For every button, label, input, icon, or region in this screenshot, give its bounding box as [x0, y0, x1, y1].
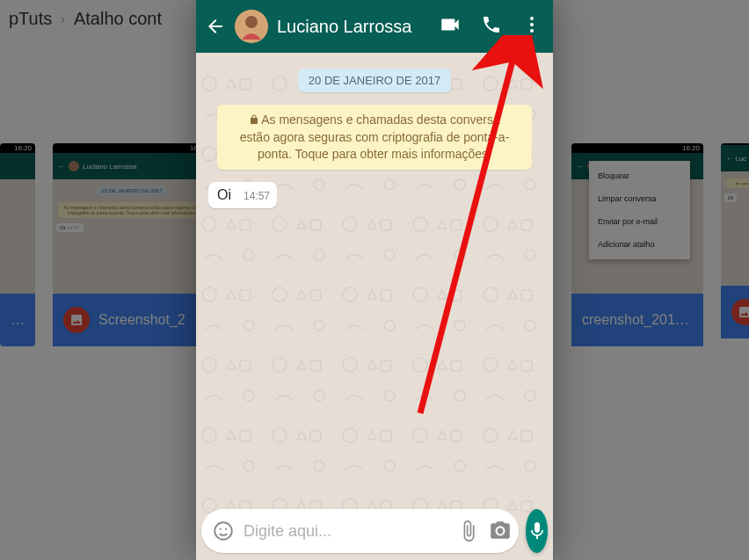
message-text: Oi: [217, 187, 231, 203]
video-call-icon[interactable]: [439, 13, 462, 40]
mic-button[interactable]: [526, 509, 548, 553]
chevron-right-icon: ›: [61, 12, 65, 26]
contact-name[interactable]: Luciano Larrossa: [277, 17, 430, 37]
menu-atalho[interactable]: Adicionar atalho: [589, 233, 690, 256]
message-time: 14:57: [244, 190, 270, 202]
breadcrumb-page[interactable]: Atalho cont: [74, 9, 162, 29]
emoji-icon[interactable]: [212, 520, 235, 542]
svg-point-6: [530, 17, 534, 20]
chat-messages-area[interactable]: 20 DE JANEIRO DE 2017 As mensagens e cha…: [196, 53, 553, 502]
attach-icon[interactable]: [457, 520, 480, 542]
whatsapp-chat-screen: Luciano Larrossa 20 DE JANEIRO DE 2017 A…: [196, 0, 553, 560]
voice-call-icon[interactable]: [481, 14, 502, 39]
svg-point-9: [215, 522, 232, 540]
back-button[interactable]: [205, 16, 226, 37]
breadcrumb-site[interactable]: pTuts: [9, 9, 52, 29]
encryption-notice[interactable]: As mensagens e chamadas desta conversa e…: [217, 105, 532, 170]
thumbnail-2[interactable]: 16:20 ← Lar… Bloquear Limpar conversa En…: [571, 143, 703, 346]
svg-point-5: [245, 16, 258, 28]
date-separator: 20 DE JANEIRO DE 2017: [298, 69, 451, 92]
svg-point-11: [225, 528, 227, 530]
message-input-bar: [201, 509, 548, 553]
chat-header: Luciano Larrossa: [196, 0, 553, 53]
camera-icon[interactable]: [489, 520, 512, 542]
context-menu: Bloquear Limpar conversa Enviar por e-ma…: [589, 161, 690, 259]
thumbnail-1[interactable]: 16:20 ← Luciano Larrossa 15 DE JANEIRO D…: [53, 143, 211, 346]
menu-limpar[interactable]: Limpar conversa: [589, 187, 690, 210]
incoming-message[interactable]: Oi 14:57: [208, 182, 277, 208]
thumbnail-3[interactable]: ← Luc As agora ponta Oi: [721, 143, 749, 346]
image-icon: [63, 307, 90, 333]
svg-point-8: [530, 29, 534, 33]
avatar[interactable]: [235, 10, 268, 43]
image-icon: [731, 299, 749, 325]
lock-icon: [249, 113, 259, 129]
svg-point-7: [530, 23, 534, 26]
thumbnail-partial-left: 16:20 …: [0, 143, 35, 346]
menu-bloquear[interactable]: Bloquear: [589, 164, 690, 187]
message-input[interactable]: [244, 522, 448, 541]
message-input-pill: [201, 509, 519, 553]
menu-enviar[interactable]: Enviar por e-mail: [589, 210, 690, 233]
thumbnail-label: creenshot_201…: [582, 312, 689, 328]
thumbnail-label: Screenshot_2: [98, 312, 185, 328]
more-options-icon[interactable]: [521, 14, 542, 39]
svg-point-10: [220, 528, 222, 530]
